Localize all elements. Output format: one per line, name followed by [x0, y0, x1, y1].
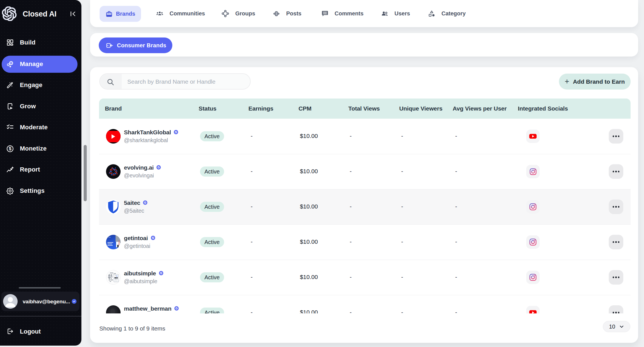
svg-text:$: $ [9, 146, 11, 151]
